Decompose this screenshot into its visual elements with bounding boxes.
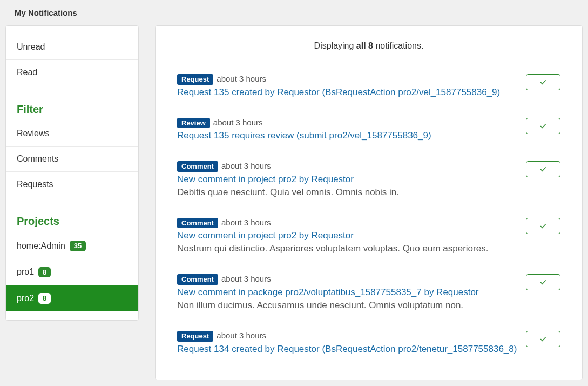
- notification-list: Requestabout 3 hoursRequest 135 created …: [177, 64, 560, 364]
- sidebar-item-label: home:Admin: [17, 241, 65, 251]
- type-badge: Review: [177, 118, 210, 129]
- notification-title-link[interactable]: New comment in project pro2 by Requestor: [177, 230, 517, 241]
- type-badge: Request: [177, 331, 213, 342]
- mark-read-button[interactable]: [526, 161, 560, 177]
- notification-body: Reviewabout 3 hoursRequest 135 requires …: [177, 118, 517, 142]
- notification-row: Reviewabout 3 hoursRequest 135 requires …: [177, 108, 560, 151]
- sidebar-item-status[interactable]: Read: [6, 60, 138, 85]
- sidebar-item-label: Comments: [17, 154, 58, 164]
- filter-heading: Filter: [6, 94, 138, 121]
- project-list: home:Admin35pro18pro28: [6, 233, 138, 320]
- notification-row: Commentabout 3 hoursNew comment in proje…: [177, 151, 560, 208]
- notification-title-link[interactable]: Request 134 created by Requestor (BsRequ…: [177, 344, 517, 355]
- notification-actions: [526, 161, 560, 198]
- notification-meta: Reviewabout 3 hours: [177, 118, 517, 129]
- check-icon: [539, 122, 547, 130]
- notification-row: Commentabout 3 hoursNew comment in proje…: [177, 208, 560, 264]
- notification-description: Debitis quae nesciunt. Quia vel omnis. O…: [177, 187, 517, 198]
- type-badge: Comment: [177, 274, 218, 285]
- check-icon: [539, 222, 547, 230]
- display-bold: all 8: [356, 41, 373, 50]
- mark-read-button[interactable]: [526, 118, 560, 134]
- check-icon: [539, 335, 547, 343]
- sidebar-card: UnreadRead Filter ReviewsCommentsRequest…: [5, 25, 139, 321]
- notification-time: about 3 hours: [221, 218, 271, 227]
- count-badge: 8: [38, 267, 51, 278]
- mark-read-button[interactable]: [526, 331, 560, 347]
- status-filter-list: UnreadRead: [6, 26, 138, 94]
- notification-title-link[interactable]: New comment in project pro2 by Requestor: [177, 174, 517, 185]
- notification-time: about 3 hours: [213, 118, 263, 127]
- check-icon: [539, 78, 547, 86]
- notification-description: Non illum ducimus. Accusamus unde nesciu…: [177, 300, 517, 311]
- type-badge: Comment: [177, 161, 218, 172]
- display-suffix: notifications.: [373, 41, 423, 50]
- sidebar-item-label: pro1: [17, 267, 34, 277]
- sidebar-item-label: Requests: [17, 179, 53, 189]
- check-icon: [539, 165, 547, 173]
- sidebar-item-label: Unread: [17, 42, 45, 52]
- sidebar-item-label: pro2: [17, 294, 34, 303]
- main-content: Displaying all 8 notifications. Requesta…: [155, 25, 583, 380]
- notification-title-link[interactable]: Request 135 created by Requestor (BsRequ…: [177, 87, 517, 98]
- notification-actions: [526, 218, 560, 255]
- notification-title-link[interactable]: New comment in package pro2/voluptatibus…: [177, 287, 517, 298]
- sidebar-item-filter[interactable]: Requests: [6, 172, 138, 197]
- notification-meta: Commentabout 3 hours: [177, 161, 517, 172]
- notification-meta: Requestabout 3 hours: [177, 331, 517, 342]
- notification-time: about 3 hours: [217, 74, 266, 83]
- notification-time: about 3 hours: [221, 161, 271, 170]
- notification-row: Requestabout 3 hoursRequest 134 created …: [177, 321, 560, 364]
- notification-body: Commentabout 3 hoursNew comment in packa…: [177, 274, 517, 311]
- sidebar-item-status[interactable]: Unread: [6, 35, 138, 60]
- notification-row: Requestabout 3 hoursRequest 135 created …: [177, 64, 560, 108]
- mark-read-button[interactable]: [526, 274, 560, 290]
- notification-meta: Requestabout 3 hours: [177, 74, 517, 85]
- type-badge: Request: [177, 74, 213, 85]
- sidebar-item-filter[interactable]: Comments: [6, 147, 138, 172]
- notification-body: Commentabout 3 hoursNew comment in proje…: [177, 218, 517, 255]
- notification-time: about 3 hours: [217, 331, 266, 340]
- notification-time: about 3 hours: [221, 274, 271, 283]
- count-badge: 8: [38, 293, 51, 304]
- notification-title-link[interactable]: Request 135 requires review (submit pro2…: [177, 130, 517, 141]
- page-title: My Notifications: [0, 0, 588, 25]
- sidebar-item-label: Reviews: [17, 129, 49, 138]
- notification-meta: Commentabout 3 hours: [177, 274, 517, 285]
- sidebar-item-project[interactable]: pro28: [6, 285, 138, 311]
- projects-heading: Projects: [6, 205, 138, 233]
- sidebar-item-filter[interactable]: Reviews: [6, 121, 138, 147]
- display-prefix: Displaying: [314, 41, 356, 50]
- mark-read-button[interactable]: [526, 74, 560, 90]
- filter-list: ReviewsCommentsRequests: [6, 121, 138, 205]
- notification-actions: [526, 274, 560, 311]
- display-count: Displaying all 8 notifications.: [177, 41, 560, 51]
- mark-read-button[interactable]: [526, 218, 560, 234]
- notification-row: Commentabout 3 hoursNew comment in packa…: [177, 264, 560, 321]
- notification-body: Commentabout 3 hoursNew comment in proje…: [177, 161, 517, 198]
- notification-meta: Commentabout 3 hours: [177, 218, 517, 229]
- notification-description: Nostrum qui distinctio. Asperiores volup…: [177, 243, 517, 254]
- notification-actions: [526, 118, 560, 142]
- notification-actions: [526, 74, 560, 98]
- sidebar-item-project[interactable]: home:Admin35: [6, 233, 138, 259]
- check-icon: [539, 278, 547, 286]
- notifications-card: Displaying all 8 notifications. Requesta…: [155, 25, 583, 380]
- notification-body: Requestabout 3 hoursRequest 134 created …: [177, 331, 517, 355]
- notification-actions: [526, 331, 560, 355]
- sidebar-item-label: Read: [17, 68, 37, 77]
- sidebar: UnreadRead Filter ReviewsCommentsRequest…: [5, 25, 139, 380]
- notification-body: Requestabout 3 hoursRequest 135 created …: [177, 74, 517, 98]
- type-badge: Comment: [177, 218, 218, 229]
- count-badge: 35: [70, 241, 86, 251]
- sidebar-item-project[interactable]: pro18: [6, 259, 138, 286]
